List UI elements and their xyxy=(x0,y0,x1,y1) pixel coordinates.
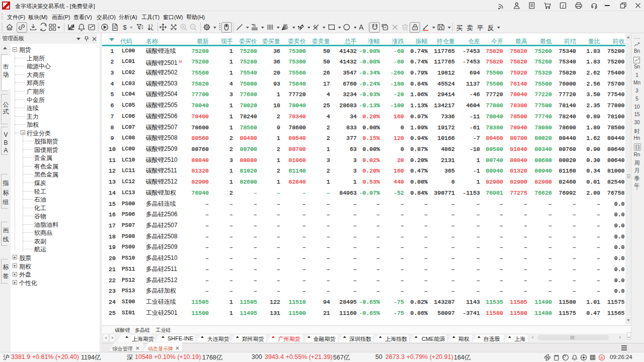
svg-text:A: A xyxy=(600,355,603,360)
svg-text:f: f xyxy=(562,4,565,9)
svg-text:A: A xyxy=(359,23,364,31)
svg-text:%: % xyxy=(252,23,256,28)
svg-text:$: $ xyxy=(123,24,127,31)
